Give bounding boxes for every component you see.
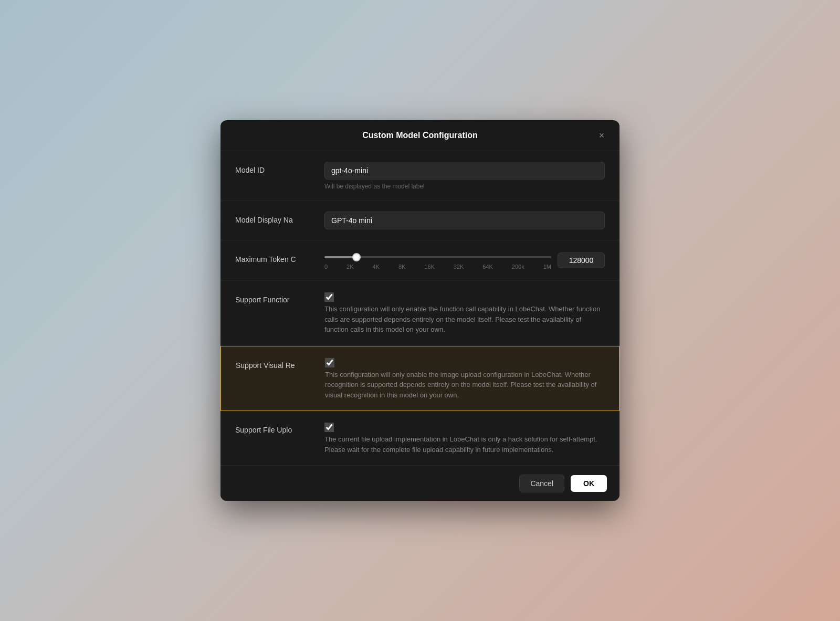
support-function-description: This configuration will only enable the … (324, 304, 605, 335)
model-id-row: Model ID Will be displayed as the model … (220, 151, 620, 201)
maximum-tokens-control: 0 2K 4K 8K 16K 32K 64K 200k 1M (324, 251, 605, 270)
support-file-upload-checkbox[interactable] (324, 423, 334, 432)
support-visual-checkbox-row (325, 357, 604, 367)
ok-button[interactable]: OK (571, 475, 607, 492)
model-id-label: Model ID (235, 162, 324, 174)
slider-label-2k: 2K (346, 264, 353, 270)
support-function-checkbox-wrapper (324, 292, 334, 302)
model-display-name-input[interactable] (324, 212, 605, 229)
support-function-checkbox-row (324, 291, 605, 302)
cancel-button[interactable]: Cancel (519, 475, 564, 492)
support-function-control: This configuration will only enable the … (324, 291, 605, 335)
slider-label-8k: 8K (398, 264, 405, 270)
model-id-hint: Will be displayed as the model label (324, 183, 605, 190)
custom-model-dialog: Custom Model Configuration × Model ID Wi… (220, 120, 620, 501)
slider-label-200k: 200k (512, 264, 524, 270)
model-id-control: Will be displayed as the model label (324, 162, 605, 190)
token-slider[interactable] (324, 256, 551, 258)
slider-label-1m: 1M (543, 264, 551, 270)
dialog-overlay: Custom Model Configuration × Model ID Wi… (0, 0, 840, 621)
close-button[interactable]: × (594, 128, 609, 143)
model-display-name-control (324, 212, 605, 229)
maximum-tokens-row: Maximum Token C 0 2K 4K 8K 16K 32K (220, 240, 620, 281)
slider-label-16k: 16K (424, 264, 435, 270)
support-function-checkbox[interactable] (324, 292, 334, 302)
slider-label-32k: 32K (454, 264, 464, 270)
dialog-header: Custom Model Configuration × (220, 120, 620, 151)
support-visual-label: Support Visual Re (236, 357, 325, 370)
support-file-upload-description: The current file upload implementation i… (324, 434, 605, 455)
support-visual-checkbox-wrapper (325, 358, 334, 367)
support-visual-checkbox[interactable] (325, 358, 334, 367)
dialog-footer: Cancel OK (220, 466, 620, 501)
support-visual-row: Support Visual Re This configuration wil… (220, 346, 620, 412)
support-file-upload-label: Support File Uplo (235, 422, 324, 434)
support-file-upload-checkbox-row (324, 422, 605, 432)
model-display-name-row: Model Display Na (220, 201, 620, 240)
token-value-input[interactable] (558, 252, 605, 268)
dialog-title: Custom Model Configuration (362, 131, 478, 140)
slider-label-64k: 64K (482, 264, 493, 270)
slider-container: 0 2K 4K 8K 16K 32K 64K 200k 1M (324, 251, 605, 270)
support-visual-control: This configuration will only enable the … (325, 357, 604, 401)
support-function-row: Support Functior This configuration will… (220, 281, 620, 346)
model-display-name-label: Model Display Na (235, 212, 324, 224)
slider-labels: 0 2K 4K 8K 16K 32K 64K 200k 1M (324, 264, 551, 270)
support-file-upload-control: The current file upload implementation i… (324, 422, 605, 455)
slider-track-wrapper: 0 2K 4K 8K 16K 32K 64K 200k 1M (324, 251, 551, 270)
dialog-body: Model ID Will be displayed as the model … (220, 151, 620, 466)
slider-label-4k: 4K (372, 264, 379, 270)
slider-label-0: 0 (324, 264, 328, 270)
maximum-tokens-label: Maximum Token C (235, 251, 324, 264)
support-visual-description: This configuration will only enable the … (325, 370, 604, 401)
support-function-label: Support Functior (235, 291, 324, 304)
support-file-upload-checkbox-wrapper (324, 423, 334, 432)
support-file-upload-row: Support File Uplo The current file uploa… (220, 411, 620, 466)
model-id-input[interactable] (324, 162, 605, 180)
